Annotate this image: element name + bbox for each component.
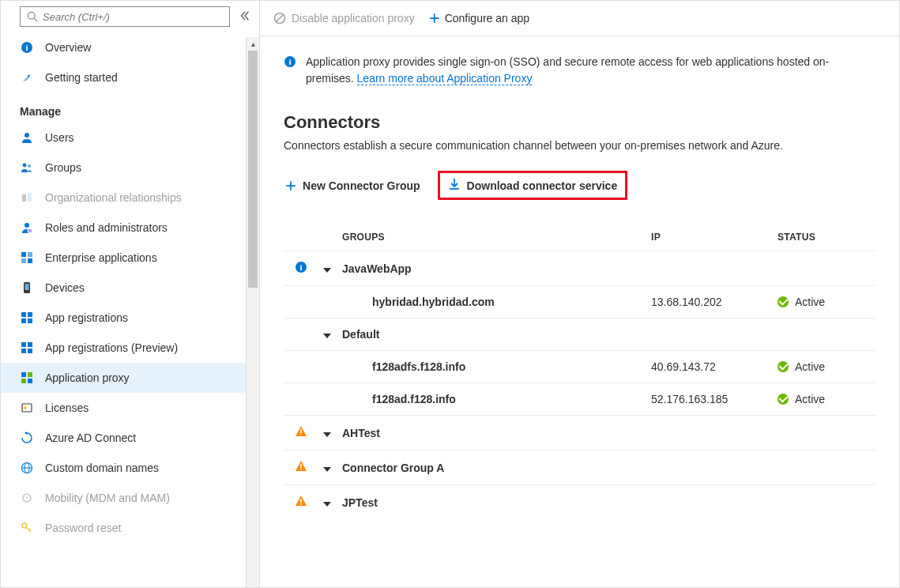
sidebar-item-enterprise-apps[interactable]: Enterprise applications [1,243,246,273]
sidebar-item-app-registrations-preview[interactable]: App registrations (Preview) [1,333,246,363]
new-connector-group-button[interactable]: + New Connector Group [284,173,422,198]
sidebar: Search (Ctrl+/) ▴ i Overview Getting sta… [1,1,260,587]
sidebar-item-aad-connect[interactable]: Azure AD Connect [1,423,246,453]
globe-icon [20,461,34,475]
col-header-groups: GROUPS [342,232,651,243]
svg-point-11 [28,228,32,233]
col-header-status: STATUS [778,232,864,243]
row-name: hybridad.hybridad.com [342,296,651,308]
group-row[interactable]: JPTest [284,484,876,519]
prohibit-icon [273,11,287,25]
status-text: Active [795,393,825,405]
sidebar-item-roles[interactable]: Roles and administrators [1,213,246,243]
status-cell: Active [778,393,864,405]
admin-icon [20,220,34,235]
svg-text:i: i [299,262,302,272]
sidebar-item-mobility[interactable]: Mobility (MDM and MAM) [1,483,246,513]
configure-app-button[interactable]: + Configure an app [429,9,529,28]
action-row: + New Connector Group Download connector… [284,171,876,200]
caret-down-icon [323,502,331,507]
sidebar-item-org-relationships[interactable]: Organizational relationships [1,183,246,213]
sidebar-item-getting-started[interactable]: Getting started [1,62,246,92]
nav-label: Groups [45,161,81,174]
row-name: Connector Group A [342,462,651,474]
nav-label: Users [45,131,74,144]
svg-rect-52 [300,499,302,503]
sidebar-item-groups[interactable]: Groups [1,153,246,183]
section-desc: Connectors establish a secure communicat… [284,139,876,152]
nav-label: Roles and administrators [45,221,168,234]
svg-rect-51 [300,469,302,470]
button-label: Configure an app [445,12,529,24]
svg-rect-18 [21,312,26,317]
svg-rect-28 [21,379,26,383]
group-row[interactable]: Connector Group A [284,450,876,484]
sidebar-item-devices[interactable]: Devices [1,273,246,303]
nav-label: Password reset [45,522,121,534]
collapse-sidebar-button[interactable] [236,7,254,27]
status-cell: Active [778,296,864,308]
svg-rect-12 [21,252,26,257]
nav-label: Devices [45,281,85,294]
group-row[interactable]: AHTest [284,415,876,450]
scroll-thumb[interactable] [248,51,258,288]
learn-more-link[interactable]: Learn more about Application Proxy [357,72,533,85]
scroll-up-icon[interactable]: ▴ [247,37,259,51]
grid-icon [20,311,34,325]
mobility-icon [20,491,34,505]
svg-point-4 [28,75,29,77]
download-icon [448,178,461,193]
search-input[interactable]: Search (Ctrl+/) [20,6,230,27]
svg-rect-30 [22,404,32,412]
sidebar-item-custom-domains[interactable]: Custom domain names [1,453,246,483]
row-name: AHTest [342,427,651,439]
sidebar-item-password-reset[interactable]: Password reset [1,513,246,543]
button-label: Download connector service [467,179,618,192]
connector-row[interactable]: f128ad.f128.info52.176.163.185Active [284,383,876,415]
disable-proxy-button[interactable]: Disable application proxy [273,11,415,25]
nav-label: Custom domain names [45,462,159,474]
button-label: New Connector Group [303,179,420,192]
row-ip: 52.176.163.185 [651,393,778,405]
svg-rect-48 [300,429,302,433]
connector-row[interactable]: hybridad.hybridad.com13.68.140.202Active [284,285,876,318]
rocket-icon [20,70,34,85]
svg-rect-29 [28,379,32,383]
download-connector-service-button[interactable]: Download connector service [438,171,628,200]
sidebar-item-application-proxy[interactable]: Application proxy [1,363,246,393]
svg-rect-22 [21,342,26,347]
svg-point-7 [28,164,31,168]
nav-label: Mobility (MDM and MAM) [45,492,170,504]
nav-label: Enterprise applications [45,251,157,264]
svg-line-39 [29,529,31,530]
svg-line-1 [34,18,37,21]
svg-rect-53 [300,503,302,505]
sidebar-scrollbar[interactable]: ▴ [246,37,259,587]
section-title: Connectors [284,112,876,133]
svg-rect-17 [25,284,29,290]
caret-down-icon [323,432,331,437]
svg-rect-9 [28,193,32,202]
svg-point-5 [24,133,29,138]
connector-row[interactable]: f128adfs.f128.info40.69.143.72Active [284,350,876,383]
plus-icon: + [429,9,440,28]
svg-text:i: i [25,43,28,52]
nav-label: Licenses [45,401,88,414]
sidebar-item-licenses[interactable]: Licenses [1,393,246,423]
main-panel: Disable application proxy + Configure an… [260,1,899,587]
svg-rect-14 [21,258,26,263]
row-ip: 40.69.143.72 [651,360,778,373]
svg-point-0 [28,12,35,19]
sidebar-item-users[interactable]: Users [1,122,246,153]
svg-rect-21 [28,318,32,323]
status-active-icon [778,296,789,307]
svg-rect-50 [300,464,302,468]
group-row[interactable]: iJavaWebApp [284,251,876,285]
group-row[interactable]: Default [284,318,876,350]
key-icon [20,521,34,535]
row-icon [295,425,323,440]
sidebar-item-overview[interactable]: i Overview [1,32,246,62]
button-label: Disable application proxy [292,12,415,24]
connectors-table: GROUPS IP STATUS iJavaWebApphybridad.hyb… [284,224,876,519]
sidebar-item-app-registrations[interactable]: App registrations [1,303,246,333]
